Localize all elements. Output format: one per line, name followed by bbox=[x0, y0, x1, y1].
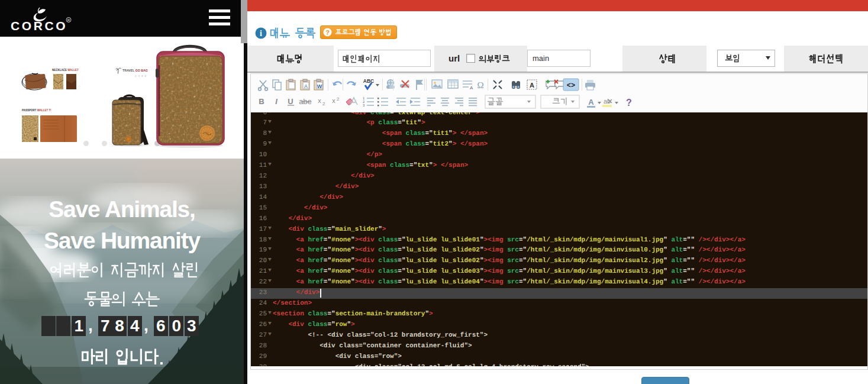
svg-text:A: A bbox=[530, 82, 534, 89]
svg-text:?: ? bbox=[325, 29, 330, 36]
svg-text:CORCO: CORCO bbox=[11, 19, 67, 33]
svg-text:i: i bbox=[260, 29, 262, 38]
svg-text:?: ? bbox=[626, 98, 632, 108]
svg-text:A: A bbox=[470, 85, 473, 91]
svg-text:Ω: Ω bbox=[477, 80, 483, 90]
svg-text:W: W bbox=[317, 83, 322, 89]
svg-text:B: B bbox=[259, 97, 264, 106]
svg-text:I: I bbox=[275, 97, 277, 106]
svg-text:2: 2 bbox=[337, 96, 340, 102]
svg-text:ABC: ABC bbox=[363, 78, 374, 84]
svg-text:2: 2 bbox=[322, 101, 325, 107]
svg-text:A: A bbox=[588, 98, 594, 107]
svg-text:<>: <> bbox=[567, 82, 575, 90]
svg-text:A: A bbox=[304, 83, 308, 89]
svg-text:x: x bbox=[332, 97, 335, 104]
svg-text:x: x bbox=[318, 97, 321, 104]
svg-text:U: U bbox=[288, 97, 293, 106]
svg-text:R: R bbox=[67, 18, 70, 22]
svg-text:3: 3 bbox=[363, 104, 365, 107]
